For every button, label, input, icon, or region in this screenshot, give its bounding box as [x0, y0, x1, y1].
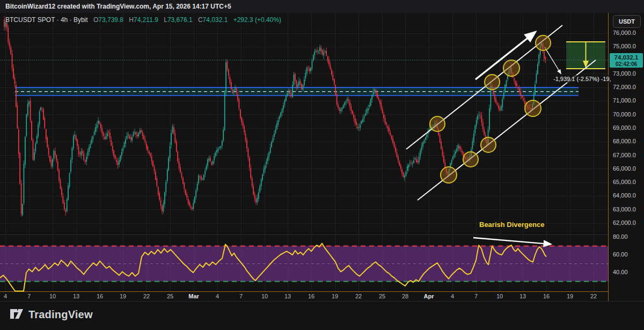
- price-axis-label: 64,000.0: [613, 192, 636, 199]
- time-axis-tick: 4: [4, 293, 7, 299]
- high-value: 74,211.9: [134, 16, 158, 24]
- time-axis-tick: 7: [474, 293, 478, 299]
- price-axis-border: [608, 13, 609, 301]
- price-axis-label: 62,000.0: [613, 219, 636, 226]
- price-axis-label: 65,000.0: [613, 179, 636, 185]
- measure-tool: [566, 42, 605, 69]
- attribution-bar: BitcoinWizard12 created with TradingView…: [0, 0, 644, 13]
- tradingview-chart-screen: BitcoinWizard12 created with TradingView…: [0, 0, 644, 330]
- time-axis-tick: Apr: [424, 293, 434, 299]
- symbol-title: BTCUSDT SPOT · 4h · Bybit: [5, 16, 88, 24]
- currency-toggle-button[interactable]: USDT: [613, 15, 641, 28]
- highlight-circle: [441, 167, 457, 183]
- last-price-badge: 74,032.1 02:42:06: [610, 53, 643, 68]
- time-axis-tick: 7: [239, 293, 243, 299]
- time-axis-tick: 25: [379, 293, 385, 299]
- time-axis-tick: 19: [332, 293, 338, 299]
- highlight-circle: [485, 75, 500, 90]
- bearish-divergence-label: Bearish Divergence: [479, 221, 544, 229]
- attribution-text: BitcoinWizard12 created with TradingView…: [5, 3, 231, 10]
- price-axis-label: 68,000.0: [613, 138, 636, 144]
- time-axis-tick: Mar: [188, 293, 199, 299]
- time-axis-tick: 28: [402, 293, 408, 299]
- time-axis-tick: 22: [590, 293, 597, 299]
- highlight-circle: [463, 152, 478, 167]
- time-axis[interactable]: 47101316192225Mar4710131619222528Apr4710…: [0, 292, 609, 301]
- chart-canvas[interactable]: [0, 13, 609, 301]
- price-axis-label: 72,000.0: [613, 84, 636, 90]
- tradingview-logo-icon: [10, 307, 24, 322]
- price-axis-label: 70,000.0: [613, 111, 636, 118]
- time-axis-tick: 13: [284, 293, 291, 299]
- low-value: 73,676.1: [167, 16, 193, 24]
- time-axis-tick: 16: [308, 293, 314, 299]
- tradingview-logo[interactable]: TradingView: [10, 307, 93, 322]
- time-axis-tick: 16: [97, 293, 103, 299]
- bar-countdown: 02:42:06: [610, 61, 643, 67]
- close-value: 74,032.1: [203, 16, 228, 24]
- time-axis-tick: 4: [216, 293, 219, 299]
- highlight-circle: [430, 116, 445, 131]
- price-axis-label: 71,000.0: [613, 97, 636, 104]
- open-value: 73,739.8: [98, 16, 123, 24]
- candlestick-series: [4, 16, 546, 217]
- divergence-arrow: [473, 238, 551, 244]
- close-label: C: [198, 16, 203, 24]
- tradingview-logo-text: TradingView: [28, 309, 93, 321]
- time-axis-tick: 22: [143, 293, 150, 299]
- time-axis-tick: 10: [49, 293, 56, 299]
- time-axis-tick: 22: [355, 293, 362, 299]
- time-axis-tick: 4: [451, 293, 454, 299]
- time-axis-tick: 25: [167, 293, 173, 299]
- last-price-value: 74,032.1: [610, 53, 643, 61]
- price-axis-label: 73,000.0: [613, 70, 636, 77]
- change-value: +292.3 (+0.40%): [233, 16, 281, 24]
- highlight-circle: [536, 35, 551, 50]
- price-axis-label: 69,000.0: [613, 124, 636, 131]
- price-axis-label: 66,000.0: [613, 165, 636, 172]
- rsi-axis-label: 40.00: [613, 269, 628, 275]
- time-axis-tick: 10: [261, 293, 268, 299]
- time-axis-tick: 13: [73, 293, 79, 299]
- rsi-axis-label: 60.00: [613, 251, 628, 258]
- highlight-circle: [525, 100, 541, 116]
- measure-tool-label: -1,939.1 (-2.57%) -19,3: [552, 75, 611, 83]
- highlight-circles: [430, 35, 551, 183]
- time-axis-border: [0, 301, 644, 302]
- open-label: O: [93, 16, 98, 24]
- time-axis-tick: 7: [27, 293, 31, 299]
- price-axis-label: 63,000.0: [613, 206, 636, 212]
- highlight-circle: [481, 137, 496, 152]
- symbol-legend: BTCUSDT SPOT · 4h · Bybit O73,739.8 H74,…: [5, 16, 281, 24]
- high-label: H: [129, 16, 134, 24]
- price-axis-label: 75,000.0: [613, 43, 636, 49]
- time-axis-tick: 19: [567, 293, 573, 299]
- low-label: L: [164, 16, 167, 24]
- time-axis-tick: 19: [120, 293, 126, 299]
- time-axis-tick: 16: [543, 293, 550, 299]
- price-axis-label: 76,000.0: [613, 30, 636, 36]
- highlight-circle: [503, 60, 519, 76]
- rsi-axis-label: 80.00: [613, 233, 628, 240]
- rsi-indicator: [0, 238, 609, 291]
- time-axis-tick: 10: [496, 293, 503, 299]
- time-axis-tick: 13: [519, 293, 526, 299]
- price-axis-label: 67,000.0: [613, 152, 636, 158]
